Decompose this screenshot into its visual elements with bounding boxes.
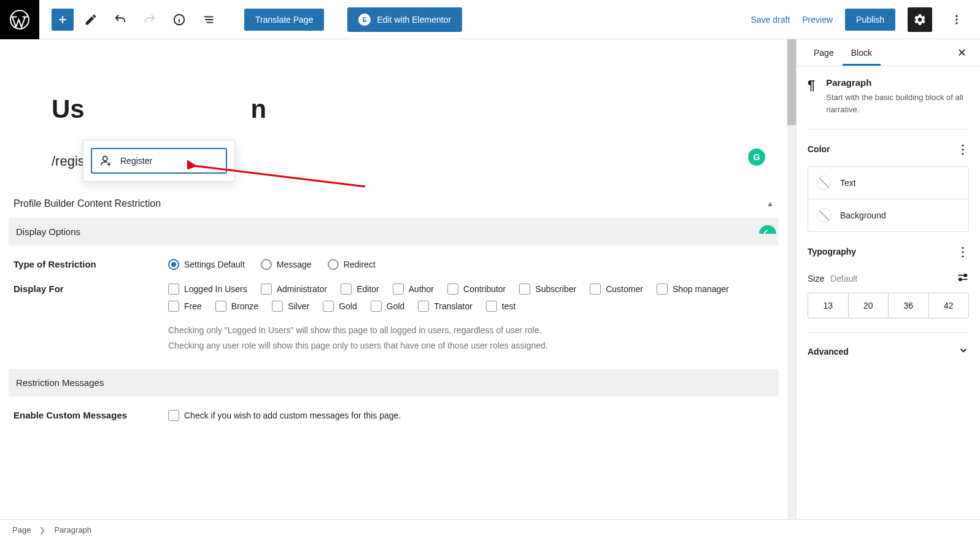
publish-button[interactable]: Publish [845, 9, 895, 31]
checkbox-role-3[interactable]: Author [393, 284, 434, 295]
save-draft-button[interactable]: Save draft [750, 15, 790, 25]
edit-tool-button[interactable] [79, 7, 103, 32]
block-type-desc: Start with the basic building block of a… [826, 91, 969, 115]
size-default-label: Default [830, 274, 857, 284]
help-text-2: Checking any user role will show this pa… [168, 338, 771, 353]
redo-button[interactable] [137, 7, 162, 32]
outline-button[interactable] [196, 7, 221, 32]
radio-restriction-2[interactable]: Redirect [328, 259, 376, 270]
chevron-up-icon: ▲ [766, 199, 774, 208]
section-typography-title: Typography [808, 247, 856, 256]
preview-button[interactable]: Preview [802, 15, 833, 25]
checkbox-role-1[interactable]: Administrator [261, 284, 327, 295]
tab-page[interactable]: Page [805, 39, 843, 66]
checkbox-role-2[interactable]: Editor [341, 284, 379, 295]
editor-canvas[interactable]: User Registration Register G [0, 39, 787, 519]
top-toolbar: Translate Page E Edit with Elementor Sav… [0, 0, 980, 39]
breadcrumb: Page ❯ Paragraph [0, 519, 980, 540]
color-swatch [817, 208, 831, 223]
edit-elementor-button[interactable]: E Edit with Elementor [347, 7, 462, 32]
undo-button[interactable] [108, 7, 133, 32]
chevron-down-icon [958, 345, 969, 358]
svg-point-4 [955, 22, 957, 24]
settings-button[interactable] [908, 7, 932, 32]
size-label: Size [808, 274, 824, 284]
checkbox-role-7[interactable]: Shop manager [657, 284, 729, 295]
size-button-36[interactable]: 36 [888, 293, 928, 318]
size-button-42[interactable]: 42 [928, 293, 969, 318]
section-color-title: Color [808, 144, 830, 154]
add-block-button[interactable] [52, 9, 74, 31]
breadcrumb-page[interactable]: Page [12, 525, 31, 534]
checkbox-role-0[interactable]: Logged In Users [168, 284, 247, 295]
checkbox-role-13[interactable]: Translator [418, 301, 473, 312]
custom-messages-help: Check if you wish to add custom messages… [184, 411, 401, 420]
svg-point-2 [955, 15, 957, 17]
breadcrumb-separator: ❯ [39, 526, 45, 534]
typography-more-button[interactable]: ⋮ [957, 244, 969, 259]
block-type-name: Paragraph [826, 77, 969, 88]
label-type-restriction: Type of Restriction [9, 259, 168, 269]
info-button[interactable] [167, 7, 191, 32]
paragraph-icon: ¶ [808, 77, 815, 93]
size-button-20[interactable]: 20 [848, 293, 889, 318]
checkbox-role-8[interactable]: Free [168, 301, 202, 312]
translate-page-button[interactable]: Translate Page [244, 9, 324, 31]
checkbox-role-14[interactable]: test [486, 301, 516, 312]
scrollbar[interactable] [787, 39, 796, 519]
tab-block[interactable]: Block [843, 39, 881, 66]
section-display-options: Display Options [9, 218, 779, 245]
scrollbar-thumb[interactable] [787, 39, 796, 125]
label-display-for: Display For [9, 284, 168, 294]
content-restriction-metabox: Profile Builder Content Restriction ▲ Di… [9, 190, 779, 435]
settings-sidebar: Page Block ✕ ¶ Paragraph Start with the … [796, 39, 980, 519]
svg-point-7 [964, 274, 966, 277]
user-add-icon [99, 154, 113, 168]
color-row-text[interactable]: Text [808, 167, 968, 199]
checkbox-role-4[interactable]: Contributor [447, 284, 506, 295]
wordpress-logo[interactable] [0, 0, 39, 39]
radio-restriction-1[interactable]: Message [261, 259, 312, 270]
page-title[interactable]: User Registration [52, 94, 787, 124]
checkbox-role-5[interactable]: Subscriber [519, 284, 576, 295]
sliders-icon[interactable] [957, 272, 969, 284]
color-row-background[interactable]: Background [808, 199, 968, 231]
elementor-icon: E [358, 14, 371, 26]
checkbox-custom-messages[interactable] [168, 410, 179, 421]
more-options-button[interactable] [944, 7, 969, 32]
size-button-13[interactable]: 13 [808, 293, 848, 318]
svg-point-3 [955, 18, 957, 20]
svg-point-8 [959, 278, 962, 280]
block-suggestion-popover: Register [83, 140, 235, 182]
checkbox-role-12[interactable]: Gold [371, 301, 405, 312]
section-advanced-toggle[interactable]: Advanced [808, 332, 969, 368]
label-enable-custom-messages: Enable Custom Messages [9, 410, 168, 420]
section-restriction-messages: Restriction Messages [9, 369, 779, 396]
color-swatch [817, 176, 831, 190]
breadcrumb-paragraph[interactable]: Paragraph [54, 525, 91, 534]
checkbox-role-9[interactable]: Bronze [215, 301, 258, 312]
suggestion-register[interactable]: Register [91, 148, 227, 174]
checkbox-role-10[interactable]: Silver [272, 301, 309, 312]
checkbox-role-6[interactable]: Customer [590, 284, 643, 295]
close-sidebar-button[interactable]: ✕ [952, 41, 971, 64]
radio-restriction-0[interactable]: Settings Default [168, 259, 245, 270]
svg-point-5 [103, 156, 107, 161]
metabox-title[interactable]: Profile Builder Content Restriction ▲ [9, 190, 779, 218]
help-text-1: Checking only "Logged In Users" will sho… [168, 323, 771, 338]
color-more-button[interactable]: ⋮ [957, 142, 969, 156]
checkbox-role-11[interactable]: Gold [323, 301, 357, 312]
